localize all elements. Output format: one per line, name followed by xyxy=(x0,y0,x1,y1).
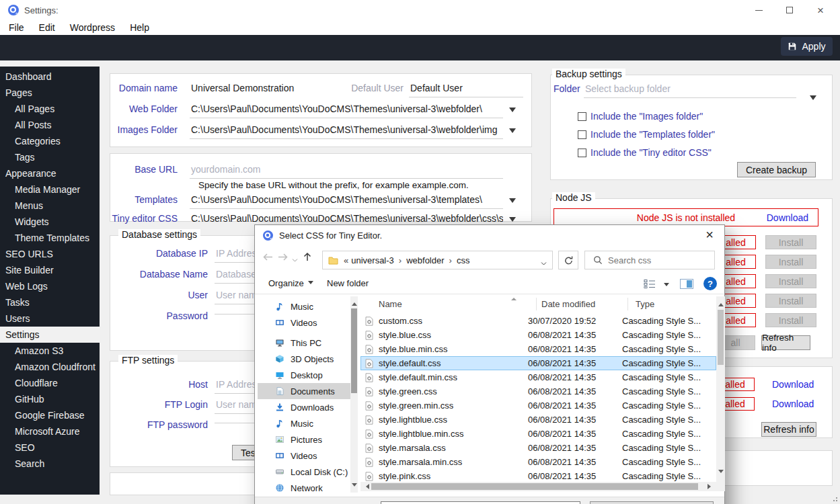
sidebar-item[interactable]: Web Logs xyxy=(0,278,100,294)
column-header-date[interactable]: Date modified xyxy=(541,299,636,309)
backup-folder-dropdown-icon[interactable] xyxy=(810,95,816,103)
sidebar-item[interactable]: Cloudflare xyxy=(0,375,100,391)
file-row[interactable]: style.default.min.css 06/08/2021 14:35 C… xyxy=(360,370,716,384)
minimize-button[interactable] xyxy=(743,0,774,20)
file-row[interactable]: style.green.min.css 06/08/2021 14:35 Cas… xyxy=(360,398,716,413)
tree-item-music2[interactable]: Music xyxy=(258,415,350,431)
sidebar-item[interactable]: Site Builder xyxy=(0,262,100,278)
sidebar-item[interactable]: All Posts xyxy=(0,117,100,133)
scroll-down-icon[interactable] xyxy=(352,483,357,489)
preview-pane-icon[interactable] xyxy=(680,279,693,291)
file-row[interactable]: style.pink.css 06/08/2021 14:35 Cascadin… xyxy=(360,469,716,483)
scroll-right-icon[interactable] xyxy=(708,484,714,489)
sidebar-item[interactable]: Tasks xyxy=(0,294,100,310)
scroll-down-icon[interactable] xyxy=(718,470,724,476)
tree-item-downloads[interactable]: Downloads xyxy=(258,399,350,415)
backup-checkbox[interactable] xyxy=(578,130,586,139)
sidebar-item[interactable]: Tags xyxy=(0,149,100,165)
nodejs-refresh-button[interactable]: Refresh info xyxy=(761,335,810,350)
nodejs-install-button[interactable]: Install xyxy=(765,313,816,327)
sidebar-item[interactable]: Menus xyxy=(0,198,100,214)
column-header-type[interactable]: Type xyxy=(636,299,716,309)
sidebar-item[interactable]: All Pages xyxy=(0,101,100,117)
sidebar-item[interactable]: GitHub xyxy=(0,391,100,407)
backup-checkbox[interactable] xyxy=(578,149,586,157)
web-folder-dropdown-icon[interactable] xyxy=(509,108,516,116)
sidebar-item[interactable]: Search xyxy=(0,456,100,472)
sidebar-item[interactable]: Dashboard xyxy=(0,69,100,85)
tree-item-videos[interactable]: Videos xyxy=(258,314,350,331)
details-view-icon[interactable] xyxy=(644,279,656,291)
file-row[interactable]: style.marsala.min.css 06/08/2021 14:35 C… xyxy=(360,455,716,469)
scroll-up-icon[interactable] xyxy=(352,300,357,306)
sidebar-item[interactable]: Media Manager xyxy=(0,181,100,198)
sidebar-item[interactable]: Amazon S3 xyxy=(0,343,100,359)
file-row[interactable]: style.default.css 06/08/2021 14:35 Casca… xyxy=(360,356,716,370)
tree-item-network[interactable]: Network xyxy=(258,480,350,496)
sidebar-item[interactable]: Microsoft Azure xyxy=(0,423,100,439)
column-divider[interactable] xyxy=(627,298,628,310)
tree-item-this-pc[interactable]: This PC xyxy=(258,335,350,351)
scroll-up-icon[interactable] xyxy=(718,300,724,306)
nodejs-install-button[interactable]: Install xyxy=(765,294,816,308)
sidebar-item[interactable]: Pages xyxy=(0,85,100,101)
file-row[interactable]: style.blue.css 06/08/2021 14:35 Cascadin… xyxy=(360,328,716,342)
tree-scrollbar[interactable] xyxy=(350,296,358,493)
search-box[interactable]: Search css xyxy=(584,251,715,269)
nodejs-install-button[interactable]: Install xyxy=(765,255,816,269)
h-scrollbar-thumb[interactable] xyxy=(371,483,698,490)
tree-item-3d-objects[interactable]: 3D Objects xyxy=(258,351,350,367)
images-folder-input[interactable]: C:\Users\Paul\Documents\YouDoCMS\Themes\… xyxy=(190,123,503,139)
nodejs-install-button[interactable]: Install xyxy=(765,235,816,249)
column-header-name[interactable]: Name xyxy=(360,299,541,309)
templates-input[interactable]: C:\Users\Paul\Documents\YouDoCMS\Themes\… xyxy=(190,193,503,209)
tree-scrollbar-thumb[interactable] xyxy=(351,308,357,393)
list-scrollbar-vertical[interactable] xyxy=(716,296,725,491)
tree-item-documents[interactable]: Documents xyxy=(258,383,350,399)
tree-item-pictures[interactable]: Pictures xyxy=(258,431,350,448)
base-url-input[interactable]: yourdomain.com xyxy=(190,163,503,179)
tree-item-local-disk[interactable]: Local Disk (C:) xyxy=(258,464,350,480)
help-icon[interactable]: ? xyxy=(703,277,717,290)
default-user-input[interactable]: Default User xyxy=(409,81,523,97)
file-name-input[interactable]: style.default xyxy=(381,501,580,504)
menu-item[interactable]: Wordpress xyxy=(63,22,122,33)
backup-folder-input[interactable]: Select backup folder xyxy=(584,82,796,98)
up-icon[interactable] xyxy=(302,252,313,264)
sidebar-item[interactable]: Users xyxy=(0,310,100,327)
backup-checkbox[interactable] xyxy=(578,112,586,121)
file-row[interactable]: custom.css 30/07/2020 19:52 Cascading St… xyxy=(360,314,716,328)
sidebar-item[interactable]: Categories xyxy=(0,133,100,149)
file-row[interactable]: style.lightblue.css 06/08/2021 14:35 Cas… xyxy=(360,413,716,427)
modules-refresh-button[interactable]: Refresh info xyxy=(761,422,816,437)
file-row[interactable]: style.green.css 06/08/2021 14:35 Cascadi… xyxy=(360,384,716,398)
address-dropdown-chevron-icon[interactable] xyxy=(541,258,547,268)
scroll-left-icon[interactable] xyxy=(363,484,369,489)
recent-locations-chevron-icon[interactable] xyxy=(292,255,298,265)
sidebar-item[interactable]: SEO xyxy=(0,439,100,456)
breadcrumb-segment[interactable]: css xyxy=(457,255,470,265)
maximize-button[interactable] xyxy=(774,0,805,20)
view-chevron-icon[interactable] xyxy=(664,283,669,289)
file-row[interactable]: style.blue.min.css 06/08/2021 14:35 Casc… xyxy=(360,342,716,356)
tree-item-desktop[interactable]: Desktop xyxy=(258,367,350,383)
address-bar[interactable]: « universal-3 › webfolder › css xyxy=(322,251,553,269)
sidebar-item[interactable]: Theme Templates xyxy=(0,230,100,246)
resize-grip[interactable] xyxy=(831,495,837,501)
new-folder-button[interactable]: New folder xyxy=(327,278,369,288)
menu-item[interactable]: File xyxy=(1,22,32,33)
web-folder-input[interactable]: C:\Users\Paul\Documents\YouDoCMS\Themes\… xyxy=(190,102,503,118)
sidebar-item[interactable]: Widgets xyxy=(0,214,100,230)
forward-icon[interactable] xyxy=(277,252,289,264)
nodejs-download-link[interactable]: Download xyxy=(767,212,808,223)
templates-dropdown-icon[interactable] xyxy=(509,198,516,206)
dialog-close-button[interactable]: × xyxy=(701,226,718,243)
nodejs-install-button[interactable]: Install xyxy=(765,274,816,288)
column-divider[interactable] xyxy=(536,298,537,310)
sidebar-item[interactable]: Google Firebase xyxy=(0,407,100,423)
list-scrollbar-thumb[interactable] xyxy=(718,310,724,365)
sidebar-item[interactable]: Appearance xyxy=(0,165,100,181)
close-button[interactable]: × xyxy=(805,0,836,20)
refresh-button[interactable] xyxy=(558,251,578,269)
tree-item-videos2[interactable]: Videos xyxy=(258,448,350,464)
